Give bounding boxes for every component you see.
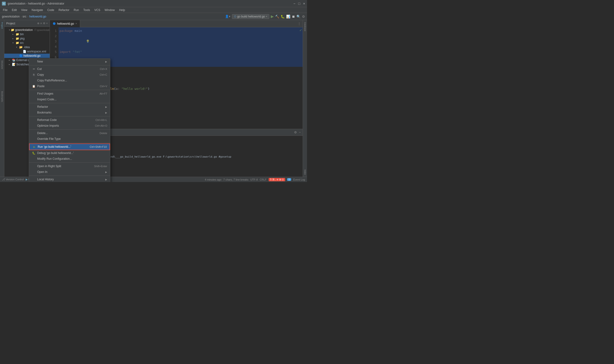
ctx-local-history[interactable]: Local History ▶	[29, 177, 110, 182]
menu-help[interactable]: Help	[117, 8, 127, 12]
filter-icon[interactable]: ⚙	[43, 22, 45, 25]
menu-vcs[interactable]: VCS	[92, 8, 102, 12]
debug-button[interactable]: 🐛	[281, 15, 285, 18]
structure-panel-icon[interactable]: Structure	[1, 59, 4, 70]
menu-file[interactable]: File	[1, 8, 9, 12]
folder-icon-idea: 📂	[19, 46, 23, 49]
event-log-badge[interactable]: 1	[287, 178, 292, 181]
minimize-button[interactable]: −	[293, 2, 295, 5]
context-menu: New ▶ ✂ Cut Ctrl+X ⎘ Copy Ctrl+C Copy	[29, 58, 110, 182]
ctx-sep-7	[29, 162, 110, 163]
ctx-new-label: New	[37, 60, 43, 63]
close-panel-icon[interactable]: ×	[46, 22, 48, 25]
search-icon[interactable]: 🔍	[296, 15, 301, 18]
bookmarks-arrow: ▶	[105, 111, 107, 114]
ctx-find-usages-label: Find Usages	[37, 92, 53, 95]
ctx-copy[interactable]: ⎘ Copy Ctrl+C	[29, 72, 110, 78]
status-encoding[interactable]: UTF-8	[251, 178, 258, 181]
ctx-copy-shortcut: Ctrl+C	[100, 73, 107, 76]
title-bar: G goworkstation - helloworld.go - Admini…	[0, 0, 307, 7]
status-input-method[interactable]: S 英·, ⊕ ⊞ ⊡	[269, 178, 285, 181]
gear-icon[interactable]: ⚙	[294, 130, 297, 134]
tree-item-src[interactable]: ▾ 📁 src	[4, 41, 50, 45]
ctx-debug[interactable]: 🐛 Debug 'go build helloworld...'	[29, 150, 110, 156]
project-panel-icon[interactable]: Project	[1, 21, 4, 30]
user-icon[interactable]: 👤▾	[225, 15, 230, 18]
ctx-run-highlight-box: ▶ Run 'go build helloworld...' Ctrl+Shif…	[29, 143, 110, 150]
ctx-cut[interactable]: ✂ Cut Ctrl+X	[29, 66, 110, 72]
ctx-delete[interactable]: Delete... Delete	[29, 130, 110, 136]
menu-run[interactable]: Run	[72, 8, 81, 12]
menu-window[interactable]: Window	[103, 8, 117, 12]
maximize-button[interactable]: □	[298, 2, 300, 5]
breadcrumb-sep2: ›	[27, 15, 28, 18]
ctx-run[interactable]: ▶ Run 'go build helloworld...' Ctrl+Shif…	[29, 144, 110, 150]
event-log-label[interactable]: Event Log	[293, 178, 305, 181]
ctx-optimize[interactable]: Optimize Imports Ctrl+Alt+O	[29, 123, 110, 129]
sync-icon[interactable]: ⊕	[37, 22, 39, 25]
settings-icon[interactable]: ⚙	[302, 15, 305, 18]
ctx-optimize-shortcut: Ctrl+Alt+O	[95, 124, 107, 127]
menu-edit[interactable]: Edit	[10, 8, 19, 12]
bulb-icon[interactable]: 💡	[86, 39, 90, 43]
ctx-refactor[interactable]: Refactor ▶	[29, 104, 110, 110]
menu-refactor[interactable]: Refactor	[56, 8, 71, 12]
breadcrumb-sep1: ›	[21, 15, 22, 18]
run-config-dropdown[interactable]: ⬡ go build helloworld.go ▾	[232, 14, 269, 19]
ctx-sep-3	[29, 103, 110, 103]
ctx-paste[interactable]: 📋 Paste Ctrl+V	[29, 83, 110, 89]
menu-bar: File Edit View Navigate Code Refactor Ru…	[0, 7, 307, 13]
stop-button[interactable]: ⏹	[292, 15, 295, 18]
version-control-label[interactable]: ⎇ Version Control	[2, 178, 24, 181]
history-arrow: ▶	[105, 178, 107, 181]
breadcrumb-file[interactable]: helloworld.go	[29, 15, 46, 18]
tab-helloworld[interactable]: 🔵 helloworld.go ×	[50, 20, 80, 27]
tree-item-workspace[interactable]: ▸ 📄 workspace.xml	[4, 49, 50, 54]
ctx-open-in[interactable]: Open In ▶	[29, 169, 110, 175]
ctx-reformat[interactable]: Reformat Code Ctrl+Alt+L	[29, 117, 110, 123]
close-button[interactable]: ×	[303, 2, 305, 5]
ctx-sep-1	[29, 65, 110, 65]
tree-item-pkg[interactable]: ▸ 📁 pkg	[4, 36, 50, 41]
run-button[interactable]: ▶	[271, 14, 274, 19]
tree-item-idea[interactable]: ▾ 📂 .idea	[4, 45, 50, 49]
menu-navigate[interactable]: Navigate	[30, 8, 45, 12]
menu-code[interactable]: Code	[45, 8, 56, 12]
menu-view[interactable]: View	[19, 8, 29, 12]
ctx-paste-label: Paste	[37, 85, 45, 88]
tree-label-root: goworkstation	[15, 28, 33, 32]
code-line-3: import "fmt"	[59, 49, 303, 55]
gutter-checkmark: ✓	[299, 28, 302, 32]
ctx-optimize-label: Optimize Imports	[37, 124, 59, 127]
tree-item-root[interactable]: ▾ 📁 goworkstation F:\goworkstation	[4, 28, 50, 32]
more-tabs-icon[interactable]: ⋮	[298, 22, 301, 25]
ctx-reformat-label: Reformat Code	[37, 118, 56, 122]
make-panel-icon[interactable]: Make	[304, 169, 307, 176]
coverage-button[interactable]: 📊	[286, 15, 290, 18]
ctx-open-right-split[interactable]: Open in Right Split Shift+Enter	[29, 163, 110, 169]
tree-label-helloworld: helloworld.go	[24, 54, 41, 57]
code-line-1: package main	[59, 28, 303, 34]
menu-tools[interactable]: Tools	[81, 8, 92, 12]
app-logo: G	[2, 2, 6, 5]
ctx-copy-path[interactable]: Copy Path/Reference...	[29, 78, 110, 83]
tab-close-button[interactable]: ×	[76, 22, 77, 25]
ctx-modify-run[interactable]: Modify Run Configuration...	[29, 156, 110, 162]
database-panel-icon[interactable]: Database	[304, 21, 307, 32]
bookmarks-panel-icon[interactable]: Bookmarks	[1, 90, 4, 103]
breadcrumb-src[interactable]: src	[23, 15, 26, 18]
tree-item-helloworld[interactable]: ▸ 🔵 helloworld.go	[4, 54, 50, 58]
minimize-panel-icon[interactable]: −	[299, 130, 301, 134]
title-bar-controls: − □ ×	[293, 2, 305, 5]
collapse-icon[interactable]: ≡	[40, 22, 42, 25]
status-line-endings[interactable]: CRLF	[260, 178, 267, 181]
build-button[interactable]: 🔨	[275, 15, 279, 18]
ctx-inspect[interactable]: Inspect Code...	[29, 96, 110, 102]
ctx-run-shortcut: Ctrl+Shift+F10	[90, 145, 107, 148]
ctx-bookmarks[interactable]: Bookmarks ▶	[29, 110, 110, 116]
breadcrumb-workspace[interactable]: goworkstation	[2, 15, 20, 18]
ctx-override-filetype[interactable]: Override File Type	[29, 136, 110, 142]
ctx-find-usages[interactable]: Find Usages Alt+F7	[29, 91, 110, 96]
ctx-new[interactable]: New ▶	[29, 59, 110, 65]
tree-item-bin[interactable]: ▸ 📁 bin	[4, 32, 50, 36]
